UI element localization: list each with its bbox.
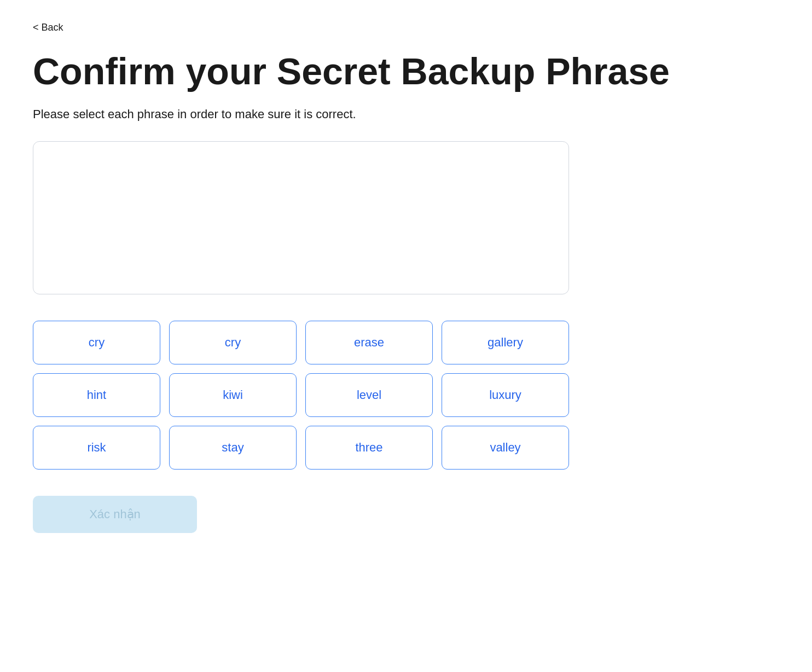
word-button[interactable]: luxury (442, 373, 569, 417)
word-button[interactable]: erase (305, 321, 433, 364)
word-button[interactable]: stay (169, 426, 297, 470)
word-row: hintkiwilevelluxury (33, 373, 569, 417)
back-link-text: < Back (33, 22, 63, 33)
word-row: riskstaythreevalley (33, 426, 569, 470)
word-button[interactable]: cry (33, 321, 160, 364)
page-title: Confirm your Secret Backup Phrase (33, 51, 779, 92)
word-button[interactable]: gallery (442, 321, 569, 364)
word-button[interactable]: cry (169, 321, 297, 364)
word-button[interactable]: valley (442, 426, 569, 470)
word-button[interactable]: hint (33, 373, 160, 417)
subtitle: Please select each phrase in order to ma… (33, 107, 779, 121)
word-button[interactable]: kiwi (169, 373, 297, 417)
word-button[interactable]: three (305, 426, 433, 470)
back-link[interactable]: < Back (33, 22, 63, 33)
word-button[interactable]: level (305, 373, 433, 417)
word-row: crycryerasegallery (33, 321, 569, 364)
word-grid: crycryerasegalleryhintkiwilevelluxuryris… (33, 321, 569, 470)
word-button[interactable]: risk (33, 426, 160, 470)
confirm-button[interactable]: Xác nhận (33, 496, 197, 533)
phrase-selection-box (33, 141, 569, 294)
